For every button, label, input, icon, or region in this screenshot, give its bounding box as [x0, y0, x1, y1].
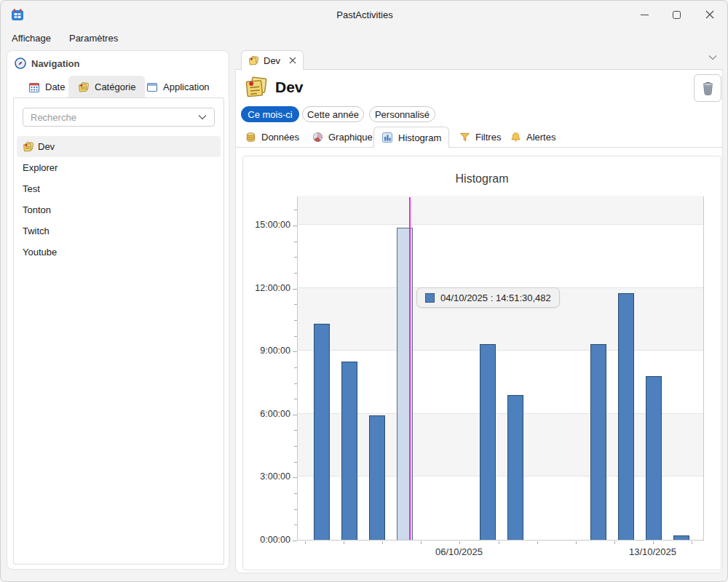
maximize-icon [673, 11, 681, 19]
tracker-line [409, 197, 411, 540]
bar[interactable] [507, 395, 523, 540]
window-icon [146, 81, 158, 93]
bar[interactable] [369, 415, 385, 540]
maximize-button[interactable] [660, 1, 692, 28]
period-label: Personnalisé [375, 109, 430, 120]
tab-donnees[interactable]: Données [238, 127, 306, 147]
close-button[interactable] [694, 1, 726, 28]
window-title: PastActivities [1, 1, 728, 28]
tabstrip-chevron-icon[interactable] [708, 55, 717, 60]
close-tab-icon[interactable] [289, 57, 296, 64]
list-item-label: Explorer [23, 162, 58, 173]
y-axis-label: 12:00:00 [243, 283, 290, 293]
tab-alertes[interactable]: Alertes [503, 127, 563, 147]
y-axis-minor-tick [294, 493, 297, 494]
tab-donnees-label: Données [261, 132, 299, 143]
tab-filtres[interactable]: Filtres [452, 127, 508, 147]
bar[interactable] [673, 535, 689, 540]
trash-icon [700, 81, 716, 96]
y-axis-minor-tick [294, 257, 297, 258]
y-axis-tick [293, 541, 297, 541]
plot-area[interactable] [297, 196, 704, 541]
list-item-dev[interactable]: Dev [17, 136, 221, 157]
y-axis-tick [293, 415, 297, 415]
app-window: { "ui_colors": { "accent": "#1464c8" }, … [0, 0, 728, 582]
menu-parametres[interactable]: Paramètres [62, 30, 125, 47]
y-axis-minor-tick [294, 525, 297, 525]
tabpage-divider [235, 147, 723, 148]
x-axis-tick [537, 541, 538, 544]
bar[interactable] [314, 324, 330, 540]
titlebar: PastActivities [1, 1, 728, 28]
bell-icon [510, 132, 521, 143]
tooltip-text: 04/10/2025 : 14:51:30,482 [440, 292, 551, 303]
list-item-label: Dev [38, 141, 55, 152]
tab-application[interactable]: Application [137, 76, 219, 98]
plot-band [298, 196, 703, 225]
y-axis-label: 3:00:00 [243, 471, 290, 482]
x-axis-tick [382, 541, 383, 544]
notes-icon [23, 141, 34, 153]
notes-icon [248, 55, 259, 66]
minimize-button[interactable] [628, 1, 660, 28]
document-tab-label: Dev [264, 55, 280, 66]
filter-icon [459, 132, 470, 143]
tab-filtres-label: Filtres [475, 132, 501, 143]
search-placeholder: Recherche [31, 112, 76, 123]
list-item-label: Tonton [23, 204, 51, 215]
chevron-down-icon[interactable] [198, 114, 207, 120]
tab-alertes-label: Alertes [526, 132, 555, 143]
y-axis-minor-tick [294, 462, 297, 463]
chart-card: Histogram 04/10/2025 : 14:51:30,482 0:00… [242, 156, 721, 570]
period-this-year-button[interactable]: Cette année [302, 106, 364, 122]
bar[interactable] [590, 344, 606, 540]
notes-icon [78, 81, 90, 93]
search-input[interactable]: Recherche [23, 108, 215, 127]
y-axis-minor-tick [294, 273, 297, 274]
list-item-twitch[interactable]: Twitch [17, 220, 221, 242]
compass-icon [15, 57, 26, 69]
y-axis-minor-tick [294, 304, 297, 305]
y-axis-minor-tick [294, 242, 297, 242]
tab-categorie[interactable]: Catégorie [68, 76, 145, 98]
x-axis-tick [576, 541, 577, 544]
tab-date[interactable]: Date [19, 76, 74, 98]
period-custom-button[interactable]: Personnalisé [369, 106, 435, 122]
period-this-month-button[interactable]: Ce mois-ci [241, 106, 299, 122]
list-item-tonton[interactable]: Tonton [17, 199, 221, 220]
menu-affichage[interactable]: Affichage [4, 30, 58, 47]
delete-button[interactable] [694, 74, 721, 102]
gridline [298, 476, 703, 477]
navigation-title: Navigation [31, 58, 79, 69]
y-axis-label: 15:00:00 [243, 220, 290, 230]
list-item-label: Test [23, 183, 40, 194]
calendar-icon [28, 81, 40, 93]
bar[interactable] [618, 293, 634, 540]
list-item-test[interactable]: Test [17, 178, 221, 199]
gridline [298, 350, 703, 351]
list-item-label: Twitch [23, 226, 50, 236]
y-axis-tick [293, 477, 297, 478]
chart-title: Histogram [243, 172, 721, 186]
gridline [298, 413, 703, 414]
menubar: Affichage Paramètres [1, 28, 728, 47]
tab-histogram[interactable]: Histogram [373, 127, 449, 148]
y-axis-label: 6:00:00 [243, 409, 290, 419]
database-icon [245, 132, 256, 143]
y-axis-tick [293, 351, 297, 352]
list-item-explorer[interactable]: Explorer [17, 157, 221, 178]
y-axis-minor-tick [294, 383, 297, 384]
x-axis-tick [421, 541, 422, 544]
pie-chart-icon [312, 132, 323, 143]
y-axis-tick [293, 289, 297, 290]
bar[interactable] [341, 362, 357, 540]
document-tab-dev[interactable]: Dev [241, 50, 304, 70]
tab-graphique[interactable]: Graphique [305, 127, 380, 147]
bar[interactable] [646, 376, 662, 540]
x-axis-label: 13/10/2025 [620, 546, 686, 557]
tab-categorie-label: Catégorie [95, 81, 135, 92]
list-item-youtube[interactable]: Youtube [17, 242, 221, 263]
tooltip: 04/10/2025 : 14:51:30,482 [416, 287, 560, 308]
bar[interactable] [480, 344, 496, 540]
notes-icon [244, 75, 269, 100]
